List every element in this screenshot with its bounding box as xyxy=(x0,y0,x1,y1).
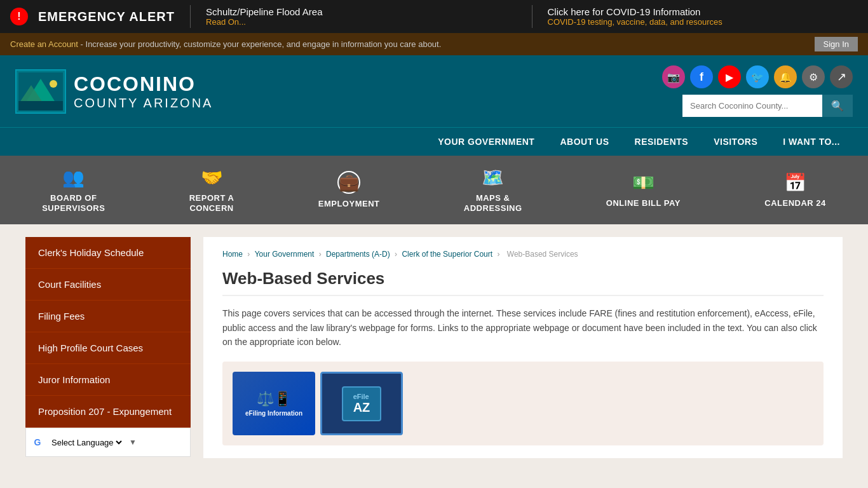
maps-label: MAPS &ADDRESSING xyxy=(464,193,522,213)
sidebar-item-filing-fees[interactable]: Filing Fees xyxy=(25,301,191,332)
breadcrumb-home[interactable]: Home xyxy=(222,250,243,259)
account-bar: Create an Account - Increase your produc… xyxy=(0,33,868,55)
quick-link-report[interactable]: 🤝 REPORT ACONCERN xyxy=(179,162,245,218)
breadcrumb-clerk[interactable]: Clerk of the Superior Court xyxy=(402,250,492,259)
quick-links-bar: 👥 BOARD OFSUPERVISORS 🤝 REPORT ACONCERN … xyxy=(0,156,868,224)
efile-label-1: eFiling Information xyxy=(245,410,302,417)
breadcrumb-departments[interactable]: Departments (A-D) xyxy=(326,250,390,259)
search-bar[interactable]: 🔍 xyxy=(682,95,853,117)
logo-area[interactable]: COCONINO COUNTY ARIZONA xyxy=(15,69,213,114)
breadcrumb-sep1: › xyxy=(247,250,252,259)
efile-az-badge: eFile AZ xyxy=(342,386,382,421)
efile-az-text: AZ xyxy=(353,400,370,415)
sidebar-item-facilities[interactable]: Court Facilities xyxy=(25,269,191,301)
gear-icon[interactable]: ⚙ xyxy=(802,65,825,88)
efile-thumbnails: ⚖️📱 eFiling Information eFile AZ xyxy=(222,362,824,445)
content-area: Clerk's Holiday Schedule Court Facilitie… xyxy=(0,224,868,471)
employment-icon: 💼 xyxy=(337,171,360,194)
billpay-label: ONLINE BILL PAY xyxy=(606,198,681,208)
header: COCONINO COUNTY ARIZONA 📷 f ▶ 🐦 🔔 ⚙ ↗ 🔍 xyxy=(0,55,868,127)
instagram-icon[interactable]: 📷 xyxy=(662,65,685,88)
breadcrumb-sep4: › xyxy=(497,250,501,259)
nav-about-us[interactable]: ABOUT US xyxy=(547,128,621,156)
emergency-divider xyxy=(190,5,191,28)
quick-link-maps[interactable]: 🗺️ MAPS &ADDRESSING xyxy=(454,162,532,218)
sidebar-item-proposition[interactable]: Proposition 207 - Expungement xyxy=(25,396,191,428)
board-label: BOARD OFSUPERVISORS xyxy=(42,193,105,213)
emergency-covid[interactable]: Click here for COVID-19 Information COVI… xyxy=(548,6,858,27)
bell-icon[interactable]: 🔔 xyxy=(774,65,797,88)
header-right: 📷 f ▶ 🐦 🔔 ⚙ ↗ 🔍 xyxy=(662,65,853,117)
sidebar-item-holiday[interactable]: Clerk's Holiday Schedule xyxy=(25,237,191,269)
nav-your-government[interactable]: YOUR GOVERNMENT xyxy=(425,128,547,156)
quick-link-calendar[interactable]: 📅 CALENDAR 24 xyxy=(754,167,836,214)
emergency-title: EMERGENCY ALERT xyxy=(38,10,175,24)
breadcrumb-sep2: › xyxy=(319,250,323,259)
logo-text: COCONINO COUNTY ARIZONA xyxy=(74,72,213,111)
breadcrumb-current: Web-Based Services xyxy=(507,250,578,259)
quick-link-board[interactable]: 👥 BOARD OFSUPERVISORS xyxy=(32,162,115,218)
nav-i-want-to[interactable]: I WANT TO... xyxy=(770,128,853,156)
logo-icon xyxy=(15,69,66,114)
language-select[interactable]: Select Language xyxy=(49,437,124,448)
sidebar-item-high-profile[interactable]: High Profile Court Cases xyxy=(25,332,191,364)
sidebar-item-juror[interactable]: Juror Information xyxy=(25,364,191,396)
emergency-location: Schultz/Pipeline Flood Area xyxy=(206,6,516,17)
logo-line2: COUNTY ARIZONA xyxy=(74,96,213,111)
emergency-bar: ! EMERGENCY ALERT Schultz/Pipeline Flood… xyxy=(0,0,868,33)
board-icon: 👥 xyxy=(62,167,85,188)
emergency-message: Schultz/Pipeline Flood Area Read On... xyxy=(206,6,516,27)
youtube-icon[interactable]: ▶ xyxy=(718,65,741,88)
logo-line1: COCONINO xyxy=(74,72,213,96)
social-icons: 📷 f ▶ 🐦 🔔 ⚙ ↗ xyxy=(662,65,853,88)
create-account-link[interactable]: Create an Account xyxy=(10,39,78,49)
main-nav: YOUR GOVERNMENT ABOUT US RESIDENTS VISIT… xyxy=(0,127,868,156)
emergency-divider2 xyxy=(532,5,532,28)
maps-icon: 🗺️ xyxy=(482,167,504,188)
covid-title: Click here for COVID-19 Information xyxy=(548,6,858,17)
efile-thumb-1[interactable]: ⚖️📱 eFiling Information xyxy=(233,372,315,435)
twitter-icon[interactable]: 🐦 xyxy=(746,65,769,88)
efile-icons-1: ⚖️📱 xyxy=(257,391,291,407)
calendar-label: CALENDAR 24 xyxy=(764,198,826,208)
search-button[interactable]: 🔍 xyxy=(822,95,853,117)
emergency-read-on[interactable]: Read On... xyxy=(206,17,516,27)
quick-link-billpay[interactable]: 💵 ONLINE BILL PAY xyxy=(596,167,691,214)
emergency-icon: ! xyxy=(10,8,28,25)
breadcrumb-sep3: › xyxy=(395,250,399,259)
account-bar-desc: - Increase your productivity, customize … xyxy=(78,39,441,49)
page-description: This page covers services that can be ac… xyxy=(222,306,824,349)
page-title: Web-Based Services xyxy=(222,269,824,296)
covid-sub: COVID-19 testing, vaccine, data, and res… xyxy=(548,17,858,27)
translate-arrow: ▼ xyxy=(129,438,137,447)
translate-bar[interactable]: G Select Language ▼ xyxy=(25,428,191,457)
svg-rect-3 xyxy=(18,101,63,111)
logo-svg xyxy=(18,72,63,111)
breadcrumb: Home › Your Government › Departments (A-… xyxy=(222,250,824,259)
employment-label: EMPLOYMENT xyxy=(318,199,380,209)
share-icon[interactable]: ↗ xyxy=(830,65,853,88)
sidebar: Clerk's Holiday Schedule Court Facilitie… xyxy=(25,237,191,458)
search-input[interactable] xyxy=(682,95,822,117)
account-bar-text: Create an Account - Increase your produc… xyxy=(10,39,441,49)
sign-in-button[interactable]: Sign In xyxy=(815,37,858,51)
breadcrumb-your-gov[interactable]: Your Government xyxy=(255,250,315,259)
nav-residents[interactable]: RESIDENTS xyxy=(622,128,702,156)
facebook-icon[interactable]: f xyxy=(690,65,713,88)
main-content: Home › Your Government › Departments (A-… xyxy=(203,237,843,458)
efile-thumb-2[interactable]: eFile AZ xyxy=(320,372,403,435)
svg-point-4 xyxy=(50,80,57,88)
billpay-icon: 💵 xyxy=(632,172,654,193)
report-icon: 🤝 xyxy=(201,167,223,188)
report-label: REPORT ACONCERN xyxy=(189,193,234,213)
nav-visitors[interactable]: VISITORS xyxy=(701,128,770,156)
calendar-icon: 📅 xyxy=(784,172,806,193)
quick-link-employment[interactable]: 💼 EMPLOYMENT xyxy=(308,166,390,214)
google-icon: G xyxy=(31,436,44,449)
efile-az-label: eFile xyxy=(353,393,370,400)
